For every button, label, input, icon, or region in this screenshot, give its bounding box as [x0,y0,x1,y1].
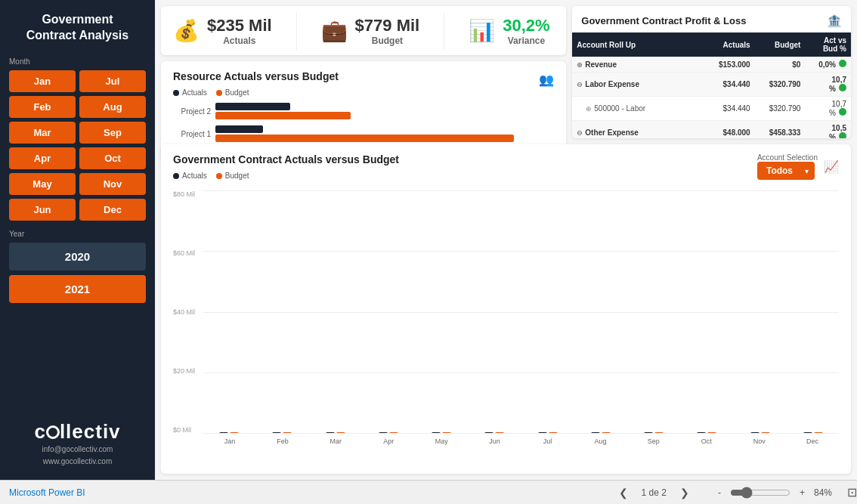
bars-area: JanFebMarAprMayJunJulAugSepOctNovDec [203,190,839,449]
project1-bars [215,125,554,142]
main-content: 💰 $235 Mil Actuals 💼 $779 Mil Budget [155,0,857,480]
logo-text: cllectiv [9,420,146,444]
month-oct[interactable]: Oct [79,147,146,169]
sidebar-logo: cllectiv info@gocollectiv.com www.gocoll… [9,405,146,468]
pl-table: Account Roll Up Actuals Budget Act vsBud… [572,32,851,138]
actuals-header: Government Contract Actuals versus Budge… [173,153,839,186]
col-header-account: Account Roll Up [572,32,704,57]
budget-value: $779 Mil [355,16,420,36]
account-selection: Account Selection Todos ▾ 📈 [757,153,839,180]
month-apr[interactable]: Apr [9,147,76,169]
project2-bars [215,103,554,119]
pl-header: Government Contract Profit & Loss 🏦 [572,6,851,32]
zoom-plus[interactable]: + [800,487,805,498]
row-revenue-actuals: $153.000 [704,57,755,73]
x-axis-labels: JanFebMarAprMayJunJulAugSepOctNovDec [203,434,839,449]
row-labor-name: ⊖Labor Expense [572,73,704,97]
project1-actuals-bar [215,125,263,133]
sidebar: Government Contract Analysis Month Jan J… [0,0,155,480]
month-jul[interactable]: Jul [79,70,146,92]
sidebar-title: Government Contract Analysis [9,12,146,44]
page-info: 1 de 2 [642,487,667,498]
budget-dot [216,90,222,96]
contact-info: info@gocollectiv.com www.gocollectiv.com [9,444,146,468]
month-feb[interactable]: Feb [9,96,76,118]
row-other-actuals: $48.000 [704,121,755,139]
month-jan[interactable]: Jan [9,70,76,92]
year-2021[interactable]: 2021 [9,275,146,303]
pl-icon: 🏦 [827,14,842,28]
month-nov[interactable]: Nov [79,173,146,195]
table-row: ⊕500000 - Labor $34.440 $320.790 10,7% [572,97,851,121]
row-revenue-budget: $0 [755,57,806,73]
month-label: Month [9,57,146,66]
x-label-apr: Apr [362,438,415,445]
x-label-may: May [415,438,468,445]
legend-actuals-2: Actuals [173,172,207,180]
month-aug[interactable]: Aug [79,96,146,118]
zoom-minus[interactable]: - [718,487,721,498]
y-label-0: $0 Mil [173,426,203,434]
main-container: Government Contract Analysis Month Jan J… [0,0,857,504]
legend-actuals: Actuals [173,88,207,97]
actuals-chart-title: Government Contract Actuals versus Budge… [173,153,399,165]
actuals-dot [173,90,179,96]
kpi-panel: 💰 $235 Mil Actuals 💼 $779 Mil Budget [161,6,566,55]
row-500000-budget: $320.790 [755,97,806,121]
year-2020[interactable]: 2020 [9,243,146,271]
variance-icon: 📊 [469,18,495,43]
month-mar[interactable]: Mar [9,122,76,144]
col-header-budget: Budget [755,32,806,57]
row-500000-pct: 10,7% [805,97,851,121]
zoom-slider[interactable] [730,487,790,499]
bottom-row: Government Contract Actuals versus Budge… [161,144,851,474]
contact-email: info@gocollectiv.com [9,444,146,456]
kpi-divider-2 [444,12,444,50]
content-area: Government Contract Analysis Month Jan J… [0,0,857,480]
variance-value: 30,2% [503,16,549,36]
y-label-80: $80 Mil [173,190,203,198]
row-labor-pct: 10,7% [805,73,851,97]
project1-label: Project 1 [173,130,211,138]
month-sep[interactable]: Sep [79,122,146,144]
row-revenue-pct: 0,0% [805,57,851,73]
month-jun[interactable]: Jun [9,199,76,221]
account-dropdown[interactable]: Todos [757,162,815,180]
budget-icon: 💼 [321,18,348,43]
row-revenue-name: ⊕Revenue [572,57,704,73]
budget-kpi: 💼 $779 Mil Budget [321,16,420,46]
zoom-percent: 84% [814,487,832,498]
actuals-legend: Actuals Budget [173,172,399,180]
variance-kpi: 📊 30,2% Variance [469,16,549,46]
variance-label: Variance [503,36,549,46]
contact-website: www.gocollectiv.com [9,456,146,468]
y-label-60: $60 Mil [173,249,203,257]
month-dec[interactable]: Dec [79,199,146,221]
bar-chart: $80 Mil $60 Mil $40 Mil $20 Mil $0 Mil [173,190,839,449]
dropdown-wrapper: Todos ▾ [757,162,815,180]
pl-panel: Government Contract Profit & Loss 🏦 Acco… [572,6,851,138]
actuals-dot-2 [173,173,179,179]
project1-row: Project 1 [173,125,554,142]
bottom-nav: Microsoft Power BI ❮ 1 de 2 ❯ - + 84% ⊡ [0,480,857,504]
x-label-jul: Jul [521,438,574,445]
legend-budget: Budget [216,88,249,97]
microsoft-power-bi-link[interactable]: Microsoft Power BI [0,487,85,498]
x-label-feb: Feb [256,438,309,445]
prev-page-button[interactable]: ❮ [614,485,633,500]
table-row: ⊖Labor Expense $34.440 $320.790 10,7% [572,73,851,97]
project2-budget-bar [215,112,351,119]
bars-row [203,190,839,449]
actuals-label: Actuals [207,36,272,46]
next-page-button[interactable]: ❯ [676,485,694,500]
row-labor-actuals: $34.440 [704,73,755,97]
x-label-dec: Dec [786,438,839,445]
budget-label: Budget [355,36,420,46]
fit-page-icon[interactable]: ⊡ [847,485,857,499]
month-may[interactable]: May [9,173,76,195]
x-label-jun: Jun [468,438,521,445]
row-other-name: ⊖Other Expense [572,121,704,139]
row-other-pct: 10,5% [805,121,851,139]
x-label-aug: Aug [574,438,627,445]
actuals-kpi: 💰 $235 Mil Actuals [173,16,272,46]
